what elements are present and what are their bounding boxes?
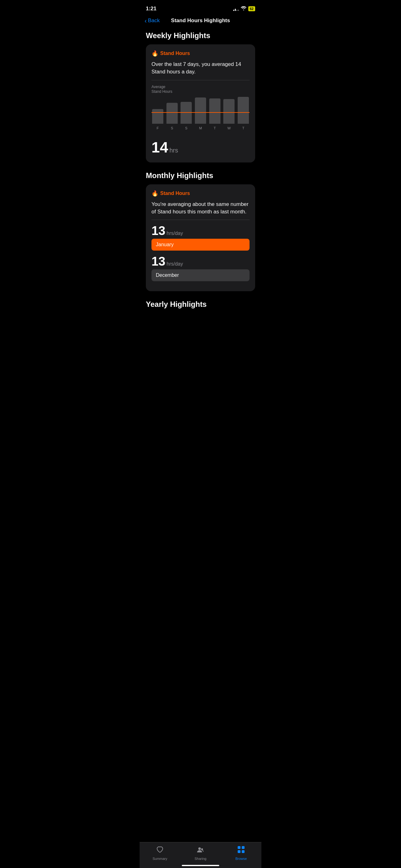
bar-day-label: T xyxy=(242,126,244,130)
chart-bar xyxy=(166,103,178,124)
status-icons: 62 xyxy=(233,6,255,11)
bar-day-label: M xyxy=(199,126,202,130)
weekly-chart: FSSMTWT xyxy=(152,97,249,137)
previous-month-bar: December xyxy=(152,269,249,281)
chart-bar xyxy=(223,99,235,123)
yearly-section-title: Yearly Highlights xyxy=(146,300,255,309)
average-line xyxy=(152,112,249,113)
monthly-description: You're averaging about the same number o… xyxy=(152,200,249,216)
chart-meta: AverageStand Hours xyxy=(152,85,249,94)
weekly-card: 🔥 Stand Hours Over the last 7 days, you … xyxy=(146,44,255,162)
bottom-spacer xyxy=(146,313,255,344)
bar-day-label: F xyxy=(157,126,159,130)
weekly-section-title: Weekly Highlights xyxy=(146,31,255,40)
bar-wrapper: W xyxy=(223,97,235,130)
monthly-section-title: Monthly Highlights xyxy=(146,171,255,180)
flame-icon-monthly: 🔥 xyxy=(152,190,158,197)
monthly-divider xyxy=(152,220,249,220)
weekly-card-label: Stand Hours xyxy=(160,51,190,56)
avg-value-row: 14 hrs xyxy=(152,139,249,155)
weekly-description: Over the last 7 days, you averaged 14 St… xyxy=(152,61,249,75)
weekly-divider xyxy=(152,80,249,80)
wifi-icon xyxy=(241,6,246,11)
bar-wrapper: S xyxy=(166,97,178,130)
monthly-card: 🔥 Stand Hours You're averaging about the… xyxy=(146,184,255,291)
avg-value: 14 xyxy=(152,140,168,155)
current-month-stat: 13 hrs/day January xyxy=(152,224,249,251)
current-unit: hrs/day xyxy=(167,230,183,236)
bar-wrapper: T xyxy=(209,97,221,130)
page-title: Stand Hours Highlights xyxy=(171,18,230,24)
bar-day-label: W xyxy=(227,126,231,130)
back-button[interactable]: ‹ Back xyxy=(144,18,160,24)
chart-bar xyxy=(209,98,221,124)
back-chevron-icon: ‹ xyxy=(144,18,147,24)
main-content: Weekly Highlights 🔥 Stand Hours Over the… xyxy=(140,29,261,347)
nav-bar: ‹ Back Stand Hours Highlights xyxy=(140,15,261,29)
chart-bar xyxy=(238,97,249,124)
signal-icon xyxy=(233,6,239,11)
previous-value: 13 xyxy=(152,255,166,268)
current-month-bar: January xyxy=(152,239,249,251)
chart-bar xyxy=(195,97,206,124)
monthly-card-label: Stand Hours xyxy=(160,191,190,196)
weekly-card-header: 🔥 Stand Hours xyxy=(152,50,249,57)
previous-unit: hrs/day xyxy=(167,261,183,267)
bar-wrapper: F xyxy=(152,97,164,130)
bar-day-label: S xyxy=(185,126,188,130)
bar-wrapper: S xyxy=(180,97,192,130)
bar-wrapper: T xyxy=(237,97,249,130)
previous-month-stat: 13 hrs/day December xyxy=(152,255,249,281)
flame-icon-weekly: 🔥 xyxy=(152,50,158,57)
status-bar: 1:21 62 xyxy=(140,0,261,15)
battery-indicator: 62 xyxy=(248,6,255,11)
avg-unit: hrs xyxy=(169,147,178,154)
bar-day-label: T xyxy=(213,126,216,130)
bar-wrapper: M xyxy=(194,97,207,130)
status-time: 1:21 xyxy=(146,6,157,12)
bars-container: FSSMTWT xyxy=(152,97,249,137)
back-label: Back xyxy=(148,18,160,24)
chart-bar xyxy=(152,109,163,124)
current-value: 13 xyxy=(152,224,166,237)
monthly-card-header: 🔥 Stand Hours xyxy=(152,190,249,197)
bar-day-label: S xyxy=(171,126,173,130)
